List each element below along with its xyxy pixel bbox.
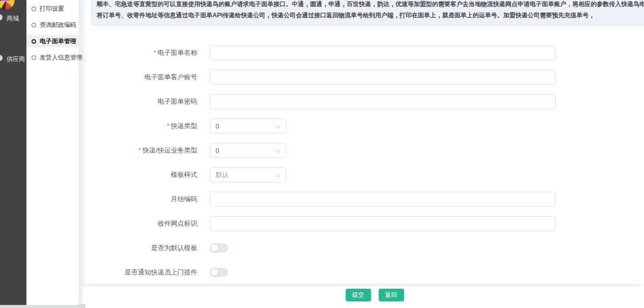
back-button[interactable]: 返回 — [379, 289, 404, 301]
field-label: 电子面单客户账号 — [85, 73, 203, 82]
notice-line-2: 将订单号、收寄件地址等信息通过电子面单API传递给快递公司，快递公司会通过接口返… — [97, 10, 639, 21]
sidebar-item-label: 商城 — [7, 14, 19, 23]
submenu-item-print-settings[interactable]: 打印设置 — [26, 3, 79, 15]
toggle-knob — [211, 244, 218, 252]
waybill-name-input[interactable] — [210, 45, 556, 60]
field-label: *快递类型 — [85, 121, 203, 131]
chevron-down-icon — [276, 172, 281, 177]
submenu-item-label: 发货人信息管理 — [40, 53, 82, 62]
submenu-item-label: 电子面单管理 — [40, 37, 76, 46]
field-label: 月结编码 — [85, 195, 203, 204]
circle-bullet-icon — [32, 23, 36, 27]
toggle-knob — [211, 269, 218, 276]
field-label: 是否通知快递员上门揽件 — [85, 268, 203, 277]
chevron-down-icon — [276, 148, 281, 153]
circle-bullet-icon — [32, 7, 36, 11]
monthly-code-input[interactable] — [210, 192, 556, 207]
submenu-item-shipper-info[interactable]: 发货人信息管理 — [26, 51, 79, 64]
submenu-item-label: 打印设置 — [40, 5, 64, 13]
sidebar-item-supplier[interactable]: 供应商 — [0, 54, 26, 63]
submenu-item-ewaybill-management[interactable]: 电子面单管理 — [26, 35, 79, 47]
circle-bullet-icon — [32, 55, 36, 60]
notify-courier-toggle[interactable] — [210, 268, 228, 277]
primary-sidebar: 商城 供应商 — [0, 0, 26, 305]
form-row-notify-courier: 是否通知快递员上门揽件 — [85, 265, 644, 280]
express-type-select[interactable]: 0 — [210, 118, 286, 134]
express-business-type-select[interactable]: 0 — [210, 143, 286, 158]
sidebar-item-label: 供应商 — [7, 55, 25, 64]
field-label: 收件网点标识 — [85, 219, 203, 228]
field-label: *电子面单名称 — [85, 48, 203, 57]
field-label: 电子面单密码 — [85, 97, 203, 106]
receive-site-input[interactable] — [210, 216, 556, 231]
form-row-express-type: *快递类型 0 — [85, 118, 644, 134]
app-logo[interactable] — [0, 0, 15, 10]
main-content: 顺丰、宅急送等直营型的可以直接使用快递鸟的账户请求电子面单接口。中通，圆通，申通… — [85, 0, 644, 308]
field-label: *快递/快运业务类型 — [85, 146, 203, 155]
secondary-sidebar: 打印设置 查询邮政编码 电子面单管理 发货人信息管理 — [26, 0, 79, 305]
template-style-select[interactable]: 默认 — [210, 167, 286, 182]
scrollbar-track[interactable] — [79, 0, 85, 304]
form-row-receive-site: 收件网点标识 — [85, 216, 644, 231]
form-row-monthly-code: 月结编码 — [85, 192, 644, 207]
mall-icon — [0, 14, 3, 20]
submenu-item-postal-code-query[interactable]: 查询邮政编码 — [26, 19, 79, 31]
waybill-password-input[interactable] — [210, 94, 556, 109]
default-template-toggle[interactable] — [210, 243, 228, 253]
required-asterisk: * — [167, 122, 169, 130]
select-value: 0 — [216, 147, 219, 155]
form-row-express-business-type: *快递/快运业务类型 0 — [85, 143, 644, 158]
notice-line-1: 顺丰、宅急送等直营型的可以直接使用快递鸟的账户请求电子面单接口。中通，圆通，申通… — [97, 0, 639, 10]
select-value: 0 — [216, 122, 219, 130]
chevron-down-icon — [276, 124, 281, 129]
info-notice: 顺丰、宅急送等直营型的可以直接使用快递鸟的账户请求电子面单接口。中通，圆通，申通… — [91, 0, 644, 25]
submenu-item-label: 查询邮政编码 — [40, 21, 76, 29]
field-label: 是否为默认模板 — [85, 243, 203, 253]
form-row-waybill-name: *电子面单名称 — [85, 45, 644, 60]
ewaybill-form: *电子面单名称 电子面单客户账号 电子面单密码 *快递类型 0 *快递/快运业务… — [85, 45, 644, 289]
footer-action-bar: 提交 返回 — [82, 286, 644, 304]
required-asterisk: * — [154, 49, 156, 56]
form-row-default-template: 是否为默认模板 — [85, 240, 644, 256]
page: 商城 供应商 打印设置 查询邮政编码 电子面单管理 发货人信息管理 顺丰、宅急送… — [0, 0, 644, 308]
select-value: 默认 — [216, 170, 229, 179]
supplier-icon — [0, 55, 3, 61]
required-asterisk: * — [138, 146, 141, 154]
form-row-waybill-password: 电子面单密码 — [85, 94, 644, 109]
form-row-template-style: 模板样式 默认 — [85, 167, 644, 182]
form-row-waybill-account: 电子面单客户账号 — [85, 70, 644, 85]
waybill-account-input[interactable] — [210, 70, 556, 85]
sidebar-item-mall[interactable]: 商城 — [0, 13, 26, 22]
submit-button[interactable]: 提交 — [346, 289, 371, 301]
circle-bullet-icon — [32, 39, 36, 44]
field-label: 模板样式 — [85, 170, 203, 179]
